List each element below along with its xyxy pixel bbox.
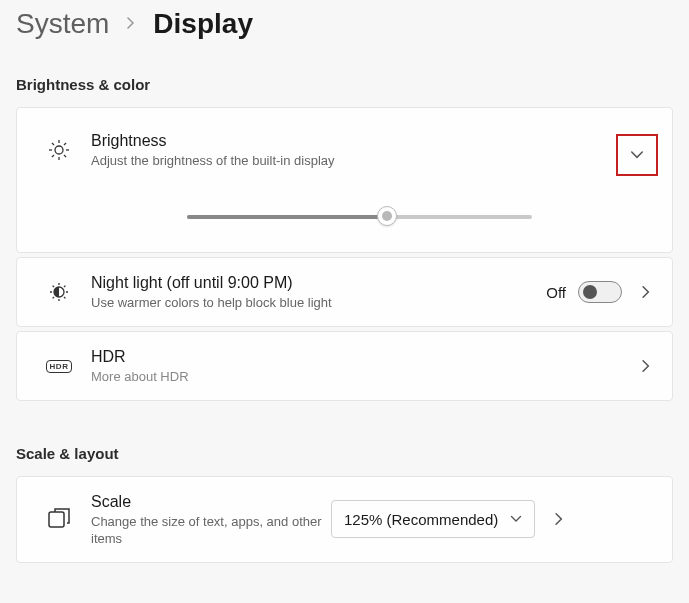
breadcrumb-current: Display — [153, 8, 253, 40]
night-light-toggle[interactable] — [578, 281, 622, 303]
svg-point-0 — [55, 146, 63, 154]
slider-thumb[interactable] — [377, 206, 397, 226]
night-light-subtitle: Use warmer colors to help block blue lig… — [91, 294, 546, 312]
chevron-right-icon — [639, 285, 653, 299]
svg-rect-18 — [49, 512, 64, 527]
hdr-chevron[interactable] — [634, 354, 658, 378]
night-light-toggle-label: Off — [546, 284, 566, 301]
breadcrumb-parent[interactable]: System — [16, 8, 109, 40]
hdr-subtitle: More about HDR — [91, 368, 634, 386]
chevron-right-icon — [639, 359, 653, 373]
svg-line-17 — [64, 286, 65, 287]
scale-card[interactable]: Scale Change the size of text, apps, and… — [16, 476, 673, 563]
svg-line-16 — [53, 297, 54, 298]
svg-line-15 — [64, 297, 65, 298]
toggle-knob — [583, 285, 597, 299]
scale-dropdown[interactable]: 125% (Recommended) — [331, 500, 535, 538]
chevron-right-icon — [125, 15, 137, 33]
hdr-icon: HDR — [27, 360, 91, 373]
svg-line-14 — [53, 286, 54, 287]
brightness-title: Brightness — [91, 130, 616, 152]
section-header-scale-layout: Scale & layout — [16, 445, 673, 462]
slider-fill — [187, 215, 387, 219]
svg-line-7 — [52, 155, 54, 157]
svg-line-6 — [64, 155, 66, 157]
night-light-title: Night light (off until 9:00 PM) — [91, 272, 546, 294]
chevron-right-icon — [552, 512, 566, 526]
scale-icon — [27, 506, 91, 532]
scale-subtitle: Change the size of text, apps, and other… — [91, 513, 331, 548]
svg-line-5 — [52, 143, 54, 145]
section-header-brightness-color: Brightness & color — [16, 76, 673, 93]
night-light-icon — [27, 280, 91, 304]
night-light-chevron[interactable] — [634, 280, 658, 304]
chevron-down-icon — [510, 513, 522, 525]
scale-chevron[interactable] — [547, 507, 571, 531]
brightness-expand-button[interactable] — [616, 134, 658, 176]
brightness-subtitle: Adjust the brightness of the built-in di… — [91, 152, 616, 170]
hdr-card[interactable]: HDR HDR More about HDR — [16, 331, 673, 401]
chevron-down-icon — [630, 148, 644, 162]
brightness-card: Brightness Adjust the brightness of the … — [16, 107, 673, 253]
hdr-title: HDR — [91, 346, 634, 368]
scale-title: Scale — [91, 491, 331, 513]
scale-dropdown-value: 125% (Recommended) — [344, 511, 498, 528]
brightness-slider[interactable] — [187, 210, 532, 224]
svg-line-8 — [64, 143, 66, 145]
breadcrumb: System Display — [16, 8, 673, 40]
sun-icon — [27, 138, 91, 162]
night-light-card[interactable]: Night light (off until 9:00 PM) Use warm… — [16, 257, 673, 327]
